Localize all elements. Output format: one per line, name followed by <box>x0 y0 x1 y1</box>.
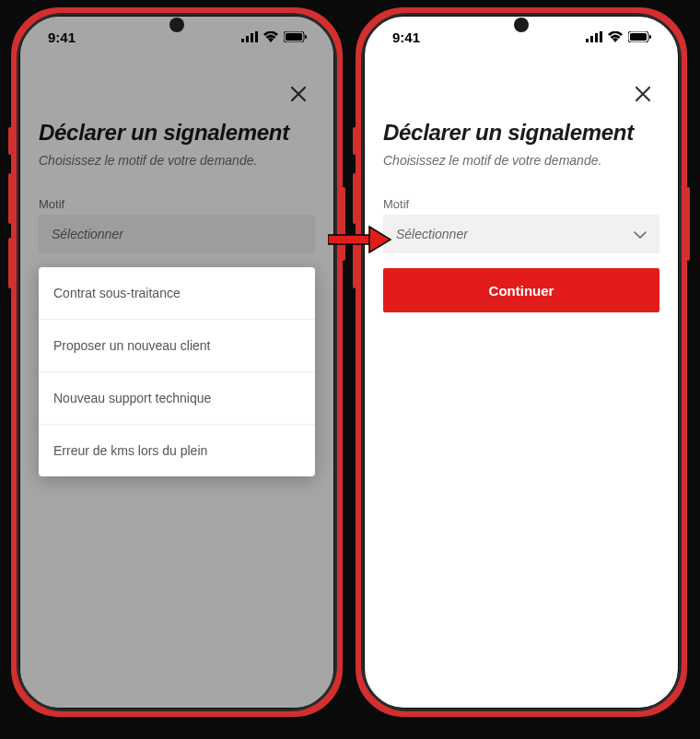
page-title: Déclarer un signalement <box>39 120 315 146</box>
page-title: Déclarer un signalement <box>383 120 659 146</box>
signal-icon <box>241 31 258 42</box>
close-button[interactable] <box>286 81 311 107</box>
battery-icon <box>628 31 652 42</box>
signal-icon <box>586 31 602 42</box>
svg-rect-12 <box>630 33 647 41</box>
motif-select[interactable]: Sélectionner <box>383 215 659 253</box>
select-placeholder: Sélectionner <box>52 227 123 241</box>
svg-rect-2 <box>251 33 253 42</box>
battery-icon <box>284 31 308 42</box>
close-icon <box>290 86 307 102</box>
svg-rect-6 <box>305 35 307 39</box>
svg-rect-0 <box>241 39 244 42</box>
svg-rect-1 <box>246 36 249 42</box>
close-button[interactable] <box>630 81 656 107</box>
wifi-icon <box>263 31 278 42</box>
svg-rect-9 <box>595 33 598 42</box>
status-icons <box>241 31 308 42</box>
field-label-motif: Motif <box>383 197 659 211</box>
dropdown-option[interactable]: Proposer un nouveau client <box>39 320 315 372</box>
phone-left: 9:41 Déclarer un signalement Choisissez … <box>11 7 343 717</box>
close-icon <box>635 86 651 102</box>
page-subtitle: Choisissez le motif de votre demande. <box>39 153 315 168</box>
motif-dropdown: Contrat sous-traitance Proposer un nouve… <box>39 267 315 476</box>
svg-rect-8 <box>590 36 593 42</box>
select-placeholder: Sélectionner <box>396 227 468 241</box>
dropdown-option[interactable]: Nouveau support technique <box>39 372 315 425</box>
svg-rect-10 <box>600 31 602 42</box>
svg-rect-3 <box>255 31 258 42</box>
dropdown-option[interactable]: Contrat sous-traitance <box>39 267 315 320</box>
transition-arrow <box>328 225 392 254</box>
dropdown-option[interactable]: Erreur de kms lors du plein <box>39 425 315 476</box>
page-subtitle: Choisissez le motif de votre demande. <box>383 153 659 168</box>
status-icons <box>586 31 652 42</box>
svg-rect-14 <box>328 235 370 244</box>
svg-rect-13 <box>649 35 651 39</box>
status-time: 9:41 <box>392 29 420 45</box>
svg-rect-5 <box>286 33 302 41</box>
chevron-down-icon <box>634 226 647 242</box>
continue-button[interactable]: Continuer <box>383 268 659 312</box>
svg-rect-7 <box>586 39 589 42</box>
motif-select[interactable]: Sélectionner <box>39 215 315 253</box>
phone-right: 9:41 Déclarer un signalement Choisissez … <box>356 7 687 717</box>
field-label-motif: Motif <box>39 197 315 211</box>
wifi-icon <box>608 31 623 42</box>
status-time: 9:41 <box>48 29 76 45</box>
